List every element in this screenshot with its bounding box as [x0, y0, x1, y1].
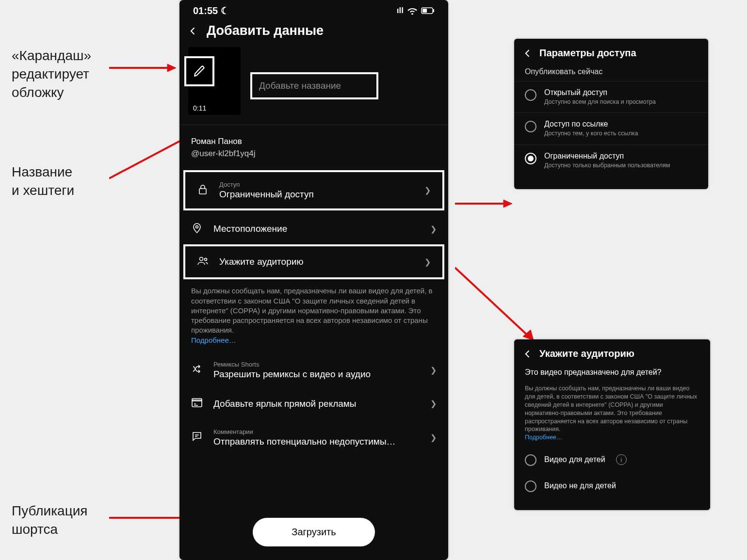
row-ads[interactable]: Добавьте ярлык прямой рекламы ❯: [179, 388, 448, 419]
row-comments[interactable]: Комментарии Отправлять потенциально недо…: [179, 419, 448, 456]
radio-icon: [525, 153, 536, 164]
popup-access: Параметры доступа Опубликовать сейчас От…: [514, 39, 708, 189]
svg-marker-5: [503, 200, 512, 208]
annotation-line: обложку: [12, 85, 64, 100]
option-label: Видео для детей: [544, 455, 605, 464]
svg-point-16: [205, 258, 207, 261]
option-desc: Доступно только выбранным пользователям: [544, 161, 670, 169]
chevron-right-icon: ❯: [430, 224, 437, 234]
row-mainlabel: Разрешить ремиксы с видео и аудио: [213, 369, 421, 380]
moon-icon: ☾: [221, 5, 229, 16]
annotation-line: Название: [12, 164, 72, 179]
learn-more-link[interactable]: Подробнее…: [525, 434, 562, 441]
option-desc: Доступно всем для поиска и просмотра: [544, 98, 656, 106]
annotation-line: редактирует: [12, 66, 89, 81]
access-option-private[interactable]: Ограниченный доступДоступно только выбра…: [514, 144, 708, 176]
user-handle: @user-kl2bf1yq4j: [191, 148, 437, 160]
option-desc: Доступно тем, у кого есть ссылка: [544, 129, 638, 137]
popup-title: Параметры доступа: [539, 48, 636, 59]
access-option-link[interactable]: Доступ по ссылкеДоступно тем, у кого ест…: [514, 112, 708, 144]
annotation-title: Название и хештеги: [12, 163, 74, 200]
phone-frame: 01:55 ☾ ıll Добавить данные Ролл 0:11 До…: [179, 0, 448, 560]
popup-subtitle: Опубликовать сейчас: [514, 64, 708, 81]
comments-icon: [191, 431, 204, 444]
page-title: Добавить данные: [207, 23, 324, 38]
row-suplabel: Ремиксы Shorts: [213, 361, 421, 368]
radio-icon: [525, 121, 536, 132]
lock-icon: [197, 184, 210, 197]
chevron-right-icon: ❯: [430, 399, 437, 408]
row-remix[interactable]: Ремиксы Shorts Разрешить ремиксы с видео…: [179, 352, 448, 388]
battery-icon: [421, 7, 435, 14]
popup-desc: Вы должны сообщать нам, предназначены ли…: [514, 382, 710, 447]
user-block: Роман Панов @user-kl2bf1yq4j: [179, 125, 448, 170]
popup-title: Укажите аудиторию: [539, 348, 634, 359]
coppa-disclaimer: Вы должны сообщать нам, предназначены ли…: [179, 282, 448, 352]
row-access[interactable]: Доступ Ограниченный доступ ❯: [183, 170, 444, 210]
screen-header: Добавить данные: [179, 18, 448, 47]
chevron-right-icon: ❯: [430, 366, 437, 375]
row-suplabel: Доступ: [219, 181, 415, 188]
pencil-icon: [193, 65, 206, 78]
back-icon[interactable]: [523, 48, 533, 58]
row-mainlabel: Укажите аудиторию: [219, 256, 415, 267]
audience-icon: [197, 255, 210, 269]
annotation-line: шортса: [12, 522, 58, 537]
row-mainlabel: Ограниченный доступ: [219, 189, 415, 200]
row-audience[interactable]: Укажите аудиторию ❯: [183, 244, 444, 279]
option-title: Доступ по ссылке: [544, 120, 638, 128]
option-label: Видео не для детей: [544, 481, 616, 490]
user-name: Роман Панов: [191, 136, 437, 148]
arrow-icon: [109, 63, 177, 73]
svg-rect-12: [422, 9, 427, 13]
svg-point-14: [196, 226, 198, 228]
row-mainlabel: Отправлять потенциально недопустимы…: [213, 436, 421, 447]
audience-option-kids[interactable]: Видео для детей i: [514, 447, 710, 473]
row-mainlabel: Добавьте ярлык прямой рекламы: [213, 399, 421, 409]
svg-marker-1: [167, 64, 176, 72]
option-title: Ограниченный доступ: [544, 152, 670, 160]
svg-line-6: [455, 268, 527, 335]
audience-option-notkids[interactable]: Видео не для детей: [514, 473, 710, 499]
edit-cover-button[interactable]: [184, 56, 214, 86]
title-input[interactable]: Добавьте название: [250, 72, 378, 99]
location-icon: [191, 222, 204, 236]
svg-point-15: [200, 257, 203, 261]
radio-icon: [525, 480, 536, 492]
row-suplabel: Комментарии: [213, 428, 421, 435]
popup-audience: Укажите аудиторию Это видео предназначен…: [514, 339, 710, 510]
radio-icon: [525, 454, 536, 466]
annotation-pencil: «Карандаш» редактирует обложку: [12, 47, 91, 101]
upload-button[interactable]: Загрузить: [253, 518, 374, 546]
signal-icon: ıll: [397, 6, 404, 16]
row-mainlabel: Местоположение: [213, 224, 421, 234]
learn-more-link[interactable]: Подробнее…: [191, 336, 236, 344]
annotation-publish: Публикация шортса: [12, 502, 87, 539]
info-icon[interactable]: i: [616, 454, 627, 465]
back-icon[interactable]: [523, 349, 533, 359]
popup-question: Это видео предназначено для детей?: [514, 364, 710, 382]
disclaimer-text: Вы должны сообщать нам, предназначены ли…: [191, 287, 433, 334]
radio-icon: [525, 89, 536, 101]
arrow-icon: [455, 265, 537, 342]
annotation-line: «Карандаш»: [12, 48, 91, 63]
chevron-right-icon: ❯: [424, 186, 431, 195]
row-location[interactable]: Местоположение ❯: [179, 213, 448, 244]
remix-icon: [191, 363, 204, 377]
title-placeholder: Добавьте название: [259, 80, 341, 91]
access-option-public[interactable]: Открытый доступДоступно всем для поиска …: [514, 81, 708, 112]
arrow-icon: [455, 199, 513, 208]
status-time: 01:55: [193, 5, 218, 16]
chevron-right-icon: ❯: [430, 433, 437, 442]
ads-icon: [191, 397, 204, 411]
back-icon[interactable]: [188, 26, 198, 36]
annotation-line: Публикация: [12, 503, 87, 518]
wifi-icon: [407, 7, 417, 15]
status-bar: 01:55 ☾ ıll: [179, 0, 448, 18]
svg-rect-13: [199, 189, 206, 194]
option-title: Открытый доступ: [544, 88, 656, 97]
annotation-line: и хештеги: [12, 183, 74, 198]
chevron-right-icon: ❯: [424, 257, 431, 267]
thumb-duration: 0:11: [193, 104, 206, 112]
svg-rect-11: [433, 9, 434, 12]
